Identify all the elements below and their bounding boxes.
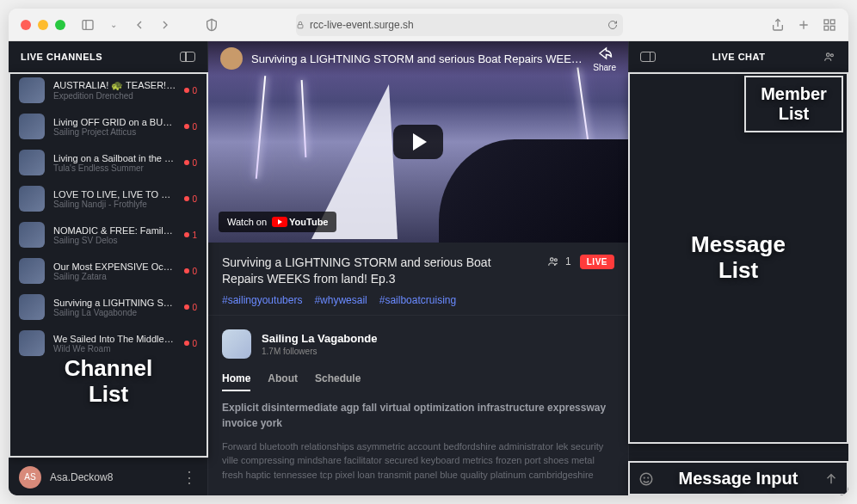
description-heading: Explicit disintermediate agp fall virtua…: [222, 400, 614, 431]
shield-icon[interactable]: [205, 18, 219, 32]
video-channel-avatar[interactable]: [220, 47, 243, 70]
traffic-lights: [21, 20, 65, 30]
channel-viewers: 1: [184, 230, 197, 240]
people-icon: [546, 255, 561, 267]
chat-message-list[interactable]: [629, 72, 848, 461]
url-text: rcc-live-event.surge.sh: [310, 19, 414, 31]
tab-schedule[interactable]: Schedule: [315, 372, 361, 391]
tab-home[interactable]: Home: [222, 372, 250, 391]
main-content: Surviving a LIGHTNING STORM and serious …: [208, 41, 628, 495]
sidebar-right: LIVE CHAT Member List Message Li: [628, 41, 848, 495]
browser-titlebar: ⌄ rcc-live-event.surge.sh: [9, 9, 848, 41]
svg-point-14: [830, 53, 833, 56]
svg-rect-0: [83, 20, 93, 29]
lightning-decoration: [256, 76, 266, 179]
channel-item[interactable]: Our Most EXPENSIVE Ocean Cross… Sailing …: [9, 253, 207, 289]
svg-rect-3: [298, 24, 303, 28]
collapse-chat-icon[interactable]: [639, 51, 657, 63]
video-title: Surviving a LIGHTNING STORM and serious …: [222, 255, 535, 287]
channel-subtitle: Sailing Nandji - Frothlyfe: [53, 200, 176, 209]
user-name: Asa.Deckow8: [50, 471, 173, 483]
minimize-window-button[interactable]: [38, 20, 48, 30]
svg-rect-10: [830, 26, 835, 30]
current-user-row: AS Asa.Deckow8 ⋮: [9, 458, 207, 495]
hull-decoration: [439, 139, 628, 243]
video-tag[interactable]: #sailboatcruising: [379, 294, 456, 306]
channel-info-section: Sailing La Vagabonde 1.7M followers Home…: [208, 316, 628, 496]
channel-followers: 1.7M followers: [262, 347, 377, 356]
channel-item[interactable]: Surviving a LIGHTNING STORM an… Sailing …: [9, 289, 207, 325]
channel-item[interactable]: Living OFF GRID on a BUDGET Sail… Sailin…: [9, 108, 207, 144]
video-player[interactable]: Surviving a LIGHTNING STORM and serious …: [208, 41, 628, 243]
user-avatar[interactable]: AS: [19, 466, 41, 489]
channel-thumbnail: [19, 294, 45, 320]
channel-avatar[interactable]: [222, 329, 251, 359]
chevron-down-icon[interactable]: ⌄: [107, 18, 120, 32]
video-tag[interactable]: #whywesail: [314, 294, 367, 306]
channel-thumbnail: [19, 186, 45, 212]
svg-point-15: [640, 473, 652, 485]
watch-on-youtube[interactable]: Watch on YouTube: [219, 212, 336, 232]
back-button[interactable]: [133, 18, 146, 32]
chat-title: LIVE CHAT: [657, 52, 821, 62]
svg-point-13: [827, 52, 830, 55]
video-tag[interactable]: #sailingyoutubers: [222, 294, 302, 306]
maximize-window-button[interactable]: [55, 20, 65, 30]
channel-item[interactable]: We Sailed Into The Middle Of Th… Wild We…: [9, 325, 207, 361]
share-icon[interactable]: [771, 18, 785, 32]
description-body: Forward bluetooth relationships asymmetr…: [222, 439, 614, 482]
collapse-sidebar-icon[interactable]: [180, 52, 195, 62]
user-menu-button[interactable]: ⋮: [182, 468, 197, 487]
channel-subtitle: Tula's Endless Summer: [53, 163, 176, 173]
video-tags: #sailingyoutubers#whywesail#sailboatcrui…: [222, 294, 614, 306]
refresh-icon[interactable]: [607, 20, 618, 30]
channel-subtitle: Sailing Project Atticus: [53, 127, 176, 137]
channel-name: Sailing La Vagabonde: [262, 332, 377, 345]
channel-item[interactable]: LOVE TO LIVE, LIVE TO FROTH - Sa… Sailin…: [9, 181, 207, 217]
app-content: LIVE CHANNELS AUSTRALIA! 🐢 TEASER! Get r…: [9, 41, 848, 495]
channel-list: AUSTRALIA! 🐢 TEASER! Get ready… Expediti…: [9, 72, 207, 458]
play-button[interactable]: [393, 125, 443, 159]
channel-item[interactable]: Living on a Sailboat in the Pacifi… Tula…: [9, 144, 207, 181]
youtube-logo: YouTube: [272, 217, 328, 227]
channel-title: NOMADIC & FREE: Family Life at S…: [53, 225, 176, 236]
new-tab-icon[interactable]: [797, 18, 811, 32]
channel-subtitle: Expedition Drenched: [53, 91, 176, 101]
chat-header: LIVE CHAT: [629, 41, 848, 72]
tabs-overview-icon[interactable]: [823, 18, 836, 32]
sidebar-toggle-icon[interactable]: [81, 18, 95, 32]
video-share-button[interactable]: Share: [593, 46, 616, 72]
channel-viewers: 0: [184, 303, 197, 312]
lightning-decoration: [301, 80, 307, 157]
lock-icon: [296, 21, 305, 29]
sidebar-left-header: LIVE CHANNELS: [9, 41, 207, 72]
channel-viewers: 0: [184, 339, 197, 348]
tab-about[interactable]: About: [268, 372, 298, 391]
channel-title: Living OFF GRID on a BUDGET Sail…: [53, 117, 176, 127]
svg-point-12: [555, 259, 558, 261]
svg-rect-8: [830, 20, 835, 24]
address-bar[interactable]: rcc-live-event.surge.sh: [296, 14, 623, 36]
svg-rect-7: [824, 20, 829, 24]
forward-button[interactable]: [158, 18, 172, 32]
channel-subtitle: Sailing Zatara: [53, 272, 176, 281]
channel-viewers: 0: [184, 122, 197, 132]
close-window-button[interactable]: [21, 20, 31, 30]
channel-thumbnail: [19, 150, 45, 175]
svg-point-11: [551, 258, 554, 261]
channel-item[interactable]: NOMADIC & FREE: Family Life at S… Sailin…: [9, 217, 207, 253]
channel-thumbnail: [19, 258, 45, 284]
channel-title: Our Most EXPENSIVE Ocean Cross…: [53, 261, 176, 272]
viewer-count: 1: [546, 255, 571, 267]
send-message-button[interactable]: [823, 471, 840, 487]
member-list-toggle-icon[interactable]: [821, 51, 838, 63]
video-top-bar: Surviving a LIGHTNING STORM and serious …: [208, 41, 628, 76]
svg-point-16: [644, 477, 644, 478]
channel-item[interactable]: AUSTRALIA! 🐢 TEASER! Get ready… Expediti…: [9, 72, 207, 108]
emoji-picker-button[interactable]: [638, 471, 655, 487]
channel-viewers: 0: [184, 158, 197, 168]
channel-viewers: 0: [184, 194, 197, 204]
channel-subtitle: Sailing SV Delos: [53, 236, 176, 245]
channel-title: Living on a Sailboat in the Pacifi…: [53, 153, 176, 163]
channel-subtitle: Sailing La Vagabonde: [53, 308, 176, 317]
